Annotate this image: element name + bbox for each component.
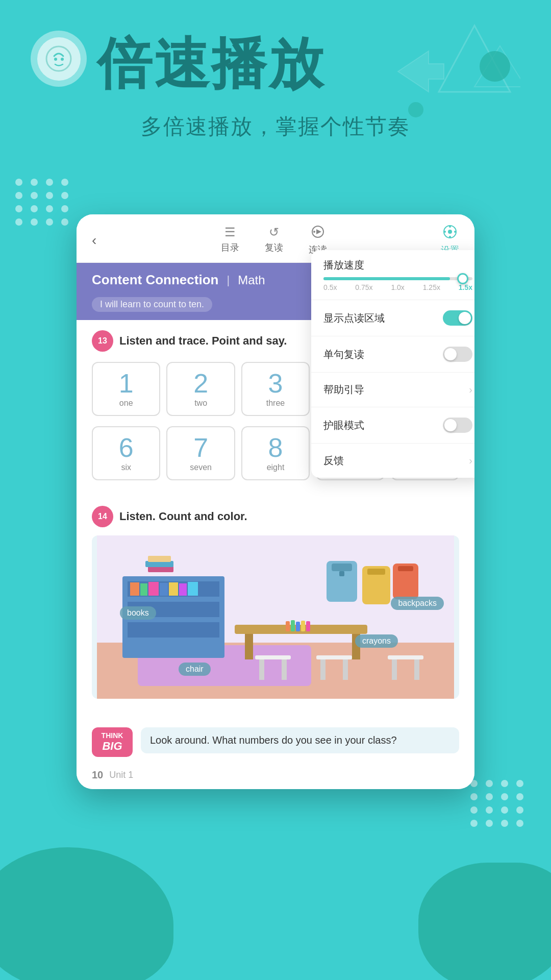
- repeat-label: 复读: [265, 241, 283, 254]
- feedback-chevron: ›: [469, 455, 472, 467]
- number-3: 3: [247, 370, 304, 397]
- settings-row-guide[interactable]: 帮助引导 ›: [311, 373, 474, 407]
- catalog-icon: ☰: [224, 225, 236, 239]
- svg-rect-45: [339, 571, 344, 576]
- number-6: 6: [98, 434, 154, 461]
- settings-icon: [443, 225, 457, 242]
- books-tag: books: [120, 606, 156, 620]
- svg-point-10: [449, 226, 451, 228]
- number-card-2: 2 two: [166, 362, 235, 416]
- exercise-14-instruction: Listen. Count and color.: [119, 510, 247, 523]
- svg-rect-38: [320, 659, 325, 680]
- think-big-section: THINK BIG Look around. What numbers do y…: [77, 719, 474, 765]
- svg-rect-39: [343, 659, 348, 680]
- svg-rect-53: [301, 621, 305, 631]
- svg-rect-35: [259, 659, 264, 680]
- settings-row-display: 显示点读区域: [311, 300, 474, 336]
- svg-rect-54: [306, 621, 310, 631]
- svg-point-4: [61, 58, 64, 61]
- page-unit: Unit 1: [109, 770, 133, 780]
- svg-point-2: [46, 46, 71, 71]
- number-card-7: 7 seven: [166, 426, 235, 480]
- svg-rect-20: [128, 622, 219, 638]
- svg-rect-21: [130, 582, 139, 596]
- svg-point-11: [449, 236, 451, 238]
- continuous-icon: [311, 225, 324, 241]
- page-num: 10: [92, 769, 103, 781]
- speed-slider[interactable]: 0.5x 0.75x 1.0x 1.25x 1.5x: [323, 277, 472, 291]
- title-row: 倍速播放: [31, 31, 520, 97]
- settings-panel: 播放速度 0.5x 0.75x 1.0x 1.25x 1.5x: [311, 250, 474, 478]
- header-divider: |: [227, 274, 230, 287]
- svg-point-7: [313, 231, 315, 233]
- speed-mark-1.5: 1.5x: [459, 283, 472, 291]
- think-big-badge: THINK BIG: [92, 727, 133, 757]
- learn-text: I will learn to count to ten.: [92, 297, 212, 312]
- svg-rect-23: [148, 582, 159, 596]
- svg-point-12: [444, 231, 446, 233]
- svg-rect-40: [388, 655, 423, 659]
- number-7: 7: [172, 434, 229, 461]
- speed-thumb: [457, 273, 468, 284]
- repeat-sentence-label: 单句复读: [323, 348, 364, 361]
- dots-left-decoration: [15, 179, 70, 226]
- svg-rect-24: [160, 583, 168, 596]
- settings-row-eyecare: 护眼模式: [311, 407, 474, 444]
- speed-mark-1.25: 1.25x: [423, 283, 440, 291]
- repeat-toggle[interactable]: [443, 347, 472, 362]
- exercise-14-badge: 14: [92, 506, 113, 527]
- content-connection-title: Content Connection: [92, 272, 218, 288]
- word-seven: seven: [172, 463, 229, 472]
- speed-marks: 0.5x 0.75x 1.0x 1.25x 1.5x: [323, 283, 472, 291]
- number-card-8: 8 eight: [241, 426, 310, 480]
- svg-rect-25: [169, 582, 178, 596]
- think-label: THINK: [98, 731, 127, 740]
- tablet-toolbar: ‹ ☰ 目录 ↺ 复读: [77, 214, 474, 263]
- svg-point-13: [454, 231, 456, 233]
- speed-mark-1.0: 1.0x: [391, 283, 404, 291]
- app-logo[interactable]: [31, 31, 87, 87]
- blob-right: [418, 863, 551, 980]
- svg-rect-41: [392, 659, 397, 680]
- display-toggle[interactable]: [443, 310, 472, 326]
- bottom-blobs: [0, 817, 551, 980]
- exercise-13-instruction: Listen and trace. Point and say.: [119, 334, 287, 348]
- catalog-label: 目录: [221, 241, 239, 254]
- svg-rect-44: [332, 564, 352, 571]
- backpacks-tag: backpacks: [391, 597, 444, 610]
- page-number-row: 10 Unit 1: [77, 765, 474, 789]
- toolbar-item-catalog[interactable]: ☰ 目录: [221, 225, 239, 256]
- svg-point-3: [54, 58, 57, 61]
- toolbar-item-repeat[interactable]: ↺ 复读: [265, 225, 283, 256]
- svg-rect-47: [367, 569, 385, 575]
- svg-rect-22: [140, 583, 147, 596]
- svg-marker-6: [316, 229, 321, 234]
- svg-rect-51: [291, 620, 295, 631]
- content-subject: Math: [238, 273, 265, 287]
- eyecare-label: 护眼模式: [323, 419, 364, 432]
- svg-rect-34: [255, 655, 291, 659]
- classroom-illustration: books backpacks crayons chair: [92, 535, 459, 699]
- toggle-thumb: [459, 312, 471, 324]
- think-big-text: Look around. What numbers do you see in …: [141, 727, 459, 753]
- subtitle: 多倍速播放，掌握个性节奏: [31, 112, 520, 141]
- number-card-3: 3 three: [241, 362, 310, 416]
- settings-row-feedback[interactable]: 反馈 ›: [311, 444, 474, 478]
- speed-fill: [323, 277, 450, 280]
- settings-row-repeat: 单句复读: [311, 336, 474, 373]
- speed-mark-0.75: 0.75x: [355, 283, 372, 291]
- back-button[interactable]: ‹: [92, 232, 96, 249]
- exercise-14: 14 Listen. Count and color.: [77, 506, 474, 719]
- speed-label: 播放速度: [323, 258, 472, 272]
- number-2: 2: [172, 370, 229, 397]
- guide-label: 帮助引导: [323, 383, 364, 397]
- svg-rect-52: [296, 622, 300, 631]
- svg-rect-37: [316, 655, 352, 659]
- feedback-label: 反馈: [323, 454, 344, 468]
- tablet-container: ‹ ☰ 目录 ↺ 复读: [77, 214, 474, 789]
- repeat-icon: ↺: [269, 225, 279, 239]
- svg-rect-26: [179, 583, 187, 596]
- number-8: 8: [247, 434, 304, 461]
- speed-mark-0.5: 0.5x: [323, 283, 337, 291]
- eyecare-toggle[interactable]: [443, 418, 472, 433]
